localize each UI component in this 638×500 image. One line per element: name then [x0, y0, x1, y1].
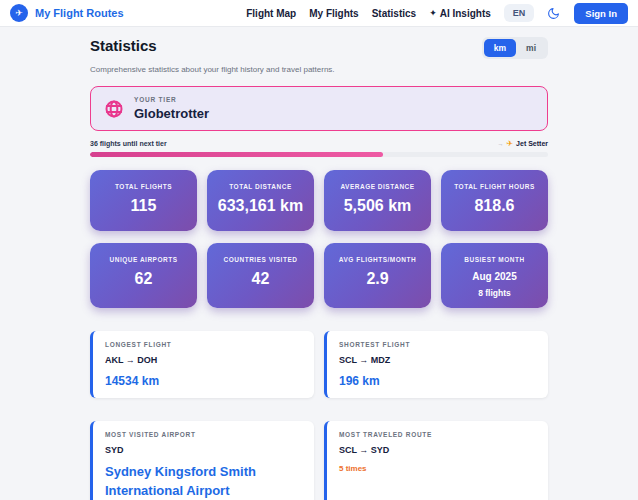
stat-value: 2.9: [328, 270, 427, 288]
unit-toggle: km mi: [482, 37, 548, 59]
stat-value: 633,161 km: [211, 197, 310, 215]
next-tier-label: → ✈ Jet Setter: [497, 139, 548, 148]
page-title: Statistics: [90, 37, 157, 54]
tier-name: Globetrotter: [134, 106, 209, 121]
arrow-icon: →: [497, 141, 503, 147]
stat-sub-value: 8 flights: [445, 288, 544, 298]
stat-label: BUSIEST MONTH: [445, 256, 544, 263]
stat-card-average-distance: AVERAGE DISTANCE 5,506 km: [324, 170, 431, 231]
card-label: LONGEST FLIGHT: [105, 341, 302, 348]
plane-icon: ✈: [506, 139, 513, 148]
stat-value: Aug 2025: [445, 271, 544, 282]
stat-card-countries-visited: COUNTRIES VISITED 42: [207, 243, 314, 308]
unit-km-button[interactable]: km: [484, 39, 516, 57]
stat-label: TOTAL FLIGHTS: [94, 183, 193, 190]
navbar: ✈ My Flight Routes Flight Map My Flights…: [0, 0, 638, 27]
brand-area: ✈ My Flight Routes: [10, 4, 124, 22]
stat-card-total-flight-hours: TOTAL FLIGHT HOURS 818.6: [441, 170, 548, 231]
moon-icon: [547, 7, 560, 20]
nav-ai-insights[interactable]: ✦ AI Insights: [429, 8, 491, 19]
nav-statistics[interactable]: Statistics: [372, 8, 416, 19]
stat-label: TOTAL FLIGHT HOURS: [445, 183, 544, 190]
tier-progress-fill: [90, 152, 383, 157]
route-text: AKL → DOH: [105, 355, 302, 365]
app-logo-icon[interactable]: ✈: [10, 4, 28, 22]
language-selector[interactable]: EN: [504, 4, 535, 22]
dark-mode-toggle[interactable]: [547, 6, 561, 20]
stat-label: AVERAGE DISTANCE: [328, 183, 427, 190]
nav-flight-map[interactable]: Flight Map: [246, 8, 296, 19]
longest-flight-card: LONGEST FLIGHT AKL → DOH 14534 km: [90, 331, 314, 398]
stat-card-avg-flights-month: AVG FLIGHTS/MONTH 2.9: [324, 243, 431, 308]
tier-progress-bar: [90, 152, 548, 157]
stat-card-busiest-month: BUSIEST MONTH Aug 2025 8 flights: [441, 243, 548, 308]
stat-value: 5,506 km: [328, 197, 427, 215]
ai-insights-label: AI Insights: [440, 8, 491, 19]
main-content: Statistics km mi Comprehensive statistic…: [90, 27, 548, 500]
stat-value: 115: [94, 197, 193, 215]
sparkle-icon: ✦: [429, 8, 437, 18]
travel-records: MOST VISITED AIRPORT SYD Sydney Kingsfor…: [90, 421, 548, 500]
stats-grid: TOTAL FLIGHTS 115 TOTAL DISTANCE 633,161…: [90, 170, 548, 308]
card-label: MOST VISITED AIRPORT: [105, 431, 302, 438]
tier-card: YOUR TIER Globetrotter: [90, 86, 548, 131]
plane-icon: ✈: [15, 8, 23, 18]
shortest-flight-card: SHORTEST FLIGHT SCL → MDZ 196 km: [324, 331, 548, 398]
distance-value: 196 km: [339, 374, 536, 388]
card-label: SHORTEST FLIGHT: [339, 341, 536, 348]
stat-label: TOTAL DISTANCE: [211, 183, 310, 190]
stat-card-total-distance: TOTAL DISTANCE 633,161 km: [207, 170, 314, 231]
stat-card-total-flights: TOTAL FLIGHTS 115: [90, 170, 197, 231]
sign-in-button[interactable]: Sign In: [574, 3, 628, 24]
route-text: SCL → SYD: [339, 445, 536, 455]
airport-name: Sydney Kingsford Smith International Air…: [105, 463, 302, 500]
nav-menu: Flight Map My Flights Statistics ✦ AI In…: [246, 3, 628, 24]
nav-my-flights[interactable]: My Flights: [309, 8, 358, 19]
globe-icon: [104, 99, 124, 119]
stat-value: 42: [211, 270, 310, 288]
most-visited-airport-card: MOST VISITED AIRPORT SYD Sydney Kingsfor…: [90, 421, 314, 500]
tier-label: YOUR TIER: [134, 96, 209, 103]
tier-progress-text: 36 flights until next tier: [90, 140, 167, 147]
flight-highlights: LONGEST FLIGHT AKL → DOH 14534 km SHORTE…: [90, 331, 548, 398]
route-text: SCL → MDZ: [339, 355, 536, 365]
most-traveled-route-card: MOST TRAVELED ROUTE SCL → SYD 5 times: [324, 421, 548, 500]
stat-label: COUNTRIES VISITED: [211, 256, 310, 263]
stat-label: UNIQUE AIRPORTS: [94, 256, 193, 263]
trip-count: 5 times: [339, 464, 536, 473]
stat-card-unique-airports: UNIQUE AIRPORTS 62: [90, 243, 197, 308]
brand-title[interactable]: My Flight Routes: [35, 7, 124, 19]
page-subtitle: Comprehensive statistics about your flig…: [90, 65, 548, 74]
airport-code: SYD: [105, 445, 302, 455]
stat-value: 62: [94, 270, 193, 288]
unit-mi-button[interactable]: mi: [516, 39, 546, 57]
stat-value: 818.6: [445, 197, 544, 215]
card-label: MOST TRAVELED ROUTE: [339, 431, 536, 438]
next-tier-name: Jet Setter: [516, 140, 548, 147]
stat-label: AVG FLIGHTS/MONTH: [328, 256, 427, 263]
distance-value: 14534 km: [105, 374, 302, 388]
